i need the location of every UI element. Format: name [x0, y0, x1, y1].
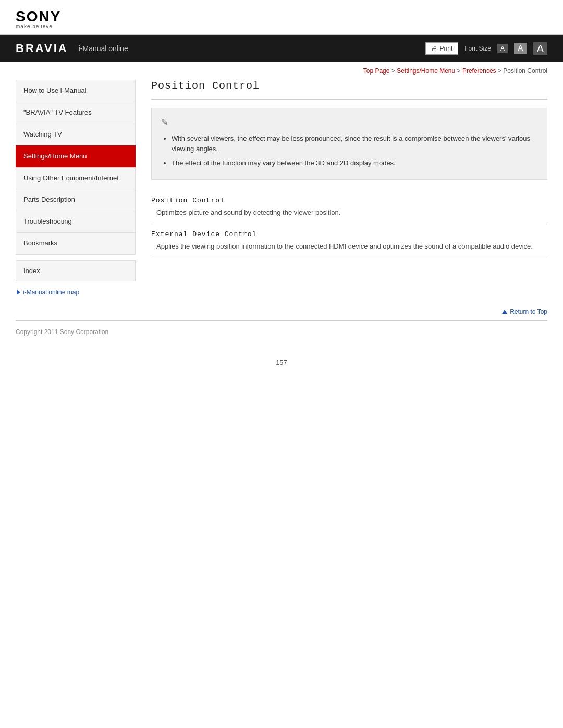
sidebar-item-how-to-use[interactable]: How to Use i-Manual [16, 80, 136, 102]
section-title-position-control: Position Control [151, 196, 547, 204]
font-size-small-button[interactable]: A [497, 44, 508, 53]
note-icon: ✎ [161, 116, 537, 129]
bravia-logo: BRAVIA [16, 42, 68, 55]
page-title: Position Control [151, 80, 547, 92]
sony-tagline: make.believe [16, 24, 547, 29]
content-area: Position Control ✎ With several viewers,… [151, 80, 547, 297]
breadcrumb-sep2: > [457, 67, 462, 75]
title-divider [151, 99, 547, 100]
nav-bar: BRAVIA i-Manual online 🖨 Print Font Size… [0, 35, 563, 62]
print-button[interactable]: 🖨 Print [425, 42, 459, 55]
sidebar-map-label: i-Manual online map [23, 289, 79, 296]
breadcrumb-settings[interactable]: Settings/Home Menu [397, 67, 455, 75]
breadcrumb: Top Page > Settings/Home Menu > Preferen… [0, 62, 563, 80]
breadcrumb-current: Position Control [503, 67, 547, 75]
section-title-external-device: External Device Control [151, 230, 547, 238]
note-item-2: The effect of the function may vary betw… [172, 158, 537, 169]
sony-text: SONY [16, 9, 547, 24]
nav-bar-left: BRAVIA i-Manual online [16, 42, 128, 55]
font-size-medium-button[interactable]: A [514, 43, 527, 54]
triangle-up-icon [502, 310, 507, 314]
page-number: 157 [0, 343, 563, 377]
sidebar-item-parts-description[interactable]: Parts Description [16, 189, 136, 211]
footer-area: Return to Top [0, 297, 563, 320]
section-desc-external-device: Applies the viewing position information… [151, 241, 547, 252]
nav-bar-right: 🖨 Print Font Size A A A [425, 42, 547, 55]
sidebar-item-index[interactable]: Index [16, 260, 136, 281]
section-position-control: Position Control Optimizes picture and s… [151, 190, 547, 225]
copyright: Copyright 2011 Sony Corporation [0, 321, 563, 343]
breadcrumb-sep1: > [391, 67, 397, 75]
top-header: SONY make.believe [0, 0, 563, 35]
print-icon: 🖨 [431, 45, 437, 52]
nav-subtitle: i-Manual online [79, 44, 128, 53]
arrow-right-icon [17, 290, 20, 295]
sony-logo: SONY make.believe [16, 9, 547, 29]
sidebar-item-using-other[interactable]: Using Other Equipment/Internet [16, 167, 136, 189]
breadcrumb-preferences[interactable]: Preferences [462, 67, 496, 75]
note-box: ✎ With several viewers, the effect may b… [151, 108, 547, 180]
print-label: Print [440, 45, 453, 52]
return-top-label: Return to Top [510, 308, 547, 315]
note-list: With several viewers, the effect may be … [161, 133, 537, 169]
main-layout: How to Use i-Manual "BRAVIA" TV Features… [0, 80, 563, 297]
note-item-1: With several viewers, the effect may be … [172, 133, 537, 155]
sidebar-item-settings-home[interactable]: Settings/Home Menu [16, 145, 136, 167]
breadcrumb-sep3: > [498, 67, 503, 75]
section-external-device: External Device Control Applies the view… [151, 224, 547, 258]
sidebar-item-watching-tv[interactable]: Watching TV [16, 124, 136, 145]
sidebar-item-bookmarks[interactable]: Bookmarks [16, 232, 136, 255]
section-desc-position-control: Optimizes picture and sound by detecting… [151, 207, 547, 218]
sidebar-item-troubleshooting[interactable]: Troubleshooting [16, 211, 136, 232]
breadcrumb-top-page[interactable]: Top Page [363, 67, 390, 75]
sidebar: How to Use i-Manual "BRAVIA" TV Features… [16, 80, 136, 297]
font-size-large-button[interactable]: A [533, 42, 547, 55]
font-size-label: Font Size [464, 45, 491, 52]
sidebar-map-link[interactable]: i-Manual online map [16, 289, 79, 296]
sidebar-item-bravia-features[interactable]: "BRAVIA" TV Features [16, 102, 136, 124]
return-to-top-link[interactable]: Return to Top [502, 308, 547, 315]
